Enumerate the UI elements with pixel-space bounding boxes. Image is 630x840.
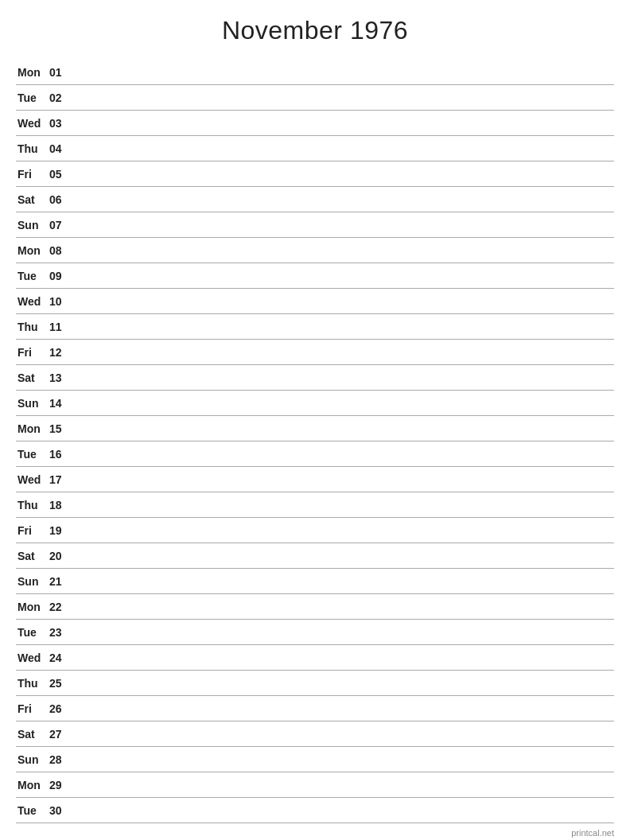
day-line (75, 581, 614, 581)
calendar-row: Fri05 (16, 161, 614, 187)
day-number: 18 (49, 499, 75, 511)
calendar-row: Mon15 (16, 416, 614, 441)
day-number: 29 (49, 779, 75, 791)
day-number: 19 (49, 524, 75, 537)
calendar-row: Tue16 (16, 441, 614, 467)
day-line (75, 428, 614, 429)
day-number: 12 (49, 346, 75, 359)
day-name: Fri (16, 702, 49, 715)
day-line (75, 530, 614, 531)
day-number: 26 (49, 702, 75, 715)
day-number: 04 (49, 142, 75, 155)
day-line (75, 784, 614, 785)
calendar-row: Sun21 (16, 569, 614, 594)
day-line (75, 479, 614, 480)
page-title: November 1976 (16, 16, 614, 45)
day-number: 22 (49, 601, 75, 613)
day-number: 06 (49, 193, 75, 206)
day-number: 15 (49, 422, 75, 435)
day-name: Sat (16, 371, 49, 384)
day-line (75, 657, 614, 658)
day-name: Mon (16, 66, 49, 79)
calendar-row: Fri12 (16, 340, 614, 365)
calendar-row: Mon29 (16, 772, 614, 798)
day-number: 20 (49, 550, 75, 562)
calendar-row: Wed10 (16, 289, 614, 314)
calendar-row: Thu25 (16, 671, 614, 696)
day-name: Thu (16, 321, 49, 333)
day-line (75, 224, 614, 225)
day-number: 23 (49, 626, 75, 639)
day-name: Fri (16, 168, 49, 181)
calendar-row: Wed24 (16, 645, 614, 671)
watermark: printcal.net (571, 828, 614, 838)
day-name: Mon (16, 601, 49, 613)
day-line (75, 275, 614, 276)
day-name: Mon (16, 422, 49, 435)
calendar-table: Mon01Tue02Wed03Thu04Fri05Sat06Sun07Mon08… (16, 60, 614, 823)
calendar-row: Sat06 (16, 187, 614, 212)
day-line (75, 733, 614, 734)
day-name: Tue (16, 91, 49, 104)
day-number: 30 (49, 804, 75, 817)
day-line (75, 173, 614, 174)
calendar-row: Thu18 (16, 492, 614, 518)
day-number: 02 (49, 91, 75, 104)
day-number: 03 (49, 117, 75, 130)
day-number: 27 (49, 728, 75, 741)
day-name: Tue (16, 270, 49, 282)
day-number: 21 (49, 575, 75, 588)
day-name: Mon (16, 244, 49, 257)
calendar-page: November 1976 Mon01Tue02Wed03Thu04Fri05S… (0, 0, 630, 840)
calendar-row: Sat20 (16, 543, 614, 569)
day-number: 08 (49, 244, 75, 257)
day-number: 25 (49, 677, 75, 690)
day-name: Tue (16, 448, 49, 461)
day-name: Thu (16, 677, 49, 690)
day-name: Sun (16, 575, 49, 588)
day-line (75, 199, 614, 200)
day-name: Sat (16, 193, 49, 206)
day-number: 16 (49, 448, 75, 461)
day-line (75, 301, 614, 301)
day-name: Wed (16, 295, 49, 308)
calendar-row: Fri19 (16, 518, 614, 543)
day-line (75, 402, 614, 403)
day-number: 05 (49, 168, 75, 181)
calendar-row: Wed17 (16, 467, 614, 492)
calendar-row: Sun28 (16, 747, 614, 772)
calendar-row: Tue09 (16, 263, 614, 289)
day-name: Fri (16, 524, 49, 537)
calendar-row: Thu11 (16, 314, 614, 340)
day-name: Thu (16, 499, 49, 511)
calendar-row: Tue02 (16, 85, 614, 111)
calendar-row: Mon22 (16, 594, 614, 620)
day-line (75, 810, 614, 811)
day-line (75, 682, 614, 683)
calendar-row: Tue23 (16, 620, 614, 645)
day-line (75, 555, 614, 556)
day-number: 13 (49, 371, 75, 384)
day-name: Wed (16, 117, 49, 130)
calendar-row: Mon01 (16, 60, 614, 85)
day-name: Sun (16, 397, 49, 410)
day-number: 10 (49, 295, 75, 308)
day-number: 01 (49, 66, 75, 79)
day-name: Tue (16, 626, 49, 639)
day-name: Tue (16, 804, 49, 817)
day-number: 14 (49, 397, 75, 410)
calendar-row: Wed03 (16, 111, 614, 136)
day-line (75, 352, 614, 352)
day-line (75, 326, 614, 327)
day-line (75, 97, 614, 98)
calendar-row: Sat27 (16, 721, 614, 747)
day-line (75, 250, 614, 251)
day-number: 11 (49, 321, 75, 333)
calendar-row: Fri26 (16, 696, 614, 721)
calendar-row: Tue30 (16, 798, 614, 823)
day-name: Mon (16, 779, 49, 791)
day-name: Wed (16, 651, 49, 664)
day-name: Sat (16, 728, 49, 741)
day-number: 09 (49, 270, 75, 282)
calendar-row: Sun14 (16, 391, 614, 416)
